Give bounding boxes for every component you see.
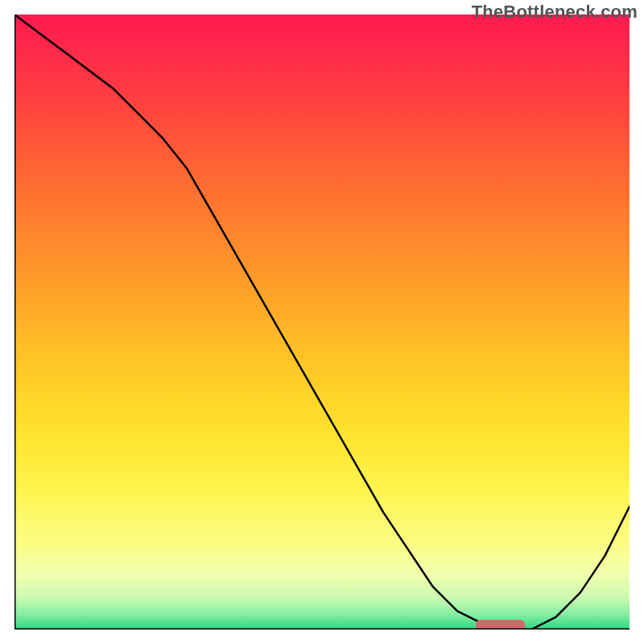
optimal-marker: [476, 620, 525, 630]
gradient-rect: [14, 14, 630, 630]
chart-container: TheBottleneck.com: [0, 0, 644, 644]
watermark-text: TheBottleneck.com: [472, 2, 638, 23]
plot-area: [14, 14, 630, 630]
chart-svg: [14, 14, 630, 630]
